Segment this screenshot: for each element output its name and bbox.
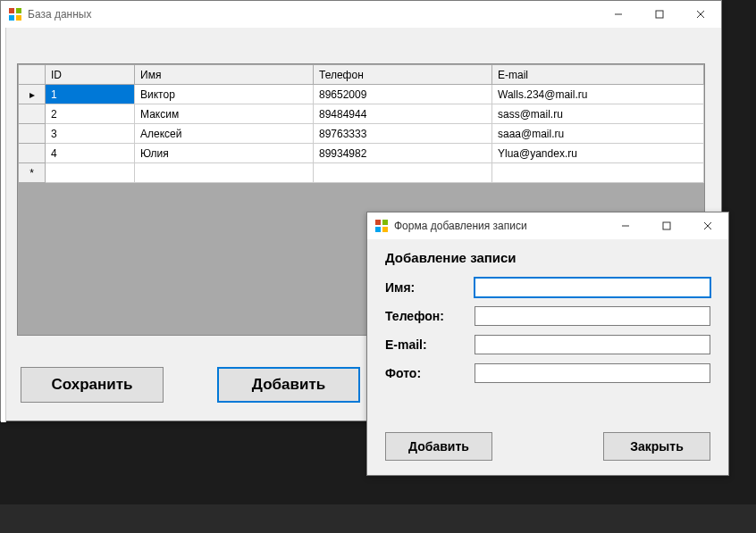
dialog-body: Добавление записи Имя: Телефон: E-mail: … [367,239,728,403]
col-name[interactable]: Имя [135,65,314,85]
background-bottom-strip [0,504,756,533]
dialog-heading: Добавление записи [385,250,710,265]
cell-email[interactable]: Ylua@yandex.ru [492,144,704,163]
close-icon [696,10,705,19]
empty-cell[interactable] [492,163,704,183]
cell-id[interactable]: 3 [46,124,135,144]
dialog-minimize-button[interactable] [605,212,646,239]
minimize-button[interactable] [598,1,639,28]
row-indicator[interactable] [19,144,46,163]
dialog-window: Форма добавления записи Добавление запис… [366,212,729,476]
left-edge-sliver [1,28,6,422]
cell-name[interactable]: Юлия [135,144,314,163]
table-row[interactable]: 4Юлия89934982Ylua@yandex.ru [19,144,704,163]
new-row[interactable]: * [19,163,704,183]
rowheader-corner[interactable] [19,65,46,85]
empty-cell[interactable] [135,163,314,183]
datagrid-header-row: ID Имя Телефон E-mail [19,65,704,85]
dialog-button-row: Добавить Закрыть [385,432,710,461]
cell-phone[interactable]: 89934982 [314,144,492,163]
svg-rect-1 [16,8,21,13]
app-icon [8,7,22,21]
cell-email[interactable]: saaa@mail.ru [492,124,704,144]
minimize-icon [621,221,630,230]
empty-cell[interactable] [314,163,492,183]
cell-email[interactable]: sass@mail.ru [492,104,704,124]
label-name: Имя: [385,280,475,295]
col-phone[interactable]: Телефон [314,65,492,85]
svg-rect-11 [382,227,388,232]
main-button-row: Сохранить Добавить [21,367,360,403]
new-row-indicator[interactable]: * [19,163,46,183]
input-email[interactable] [475,335,710,354]
svg-rect-9 [382,220,388,225]
cell-phone[interactable]: 89484944 [314,104,492,124]
svg-rect-5 [656,11,663,18]
datagrid[interactable]: ID Имя Телефон E-mail ▸1Виктор89652009Wa… [18,64,704,183]
dialog-add-button[interactable]: Добавить [385,432,492,461]
table-row[interactable]: ▸1Виктор89652009Walls.234@mail.ru [19,85,704,104]
input-phone[interactable] [475,306,710,326]
cell-phone[interactable]: 89652009 [314,85,492,104]
table-row[interactable]: 2Максим89484944sass@mail.ru [19,104,704,124]
input-photo[interactable] [475,363,710,383]
form-row-name: Имя: [385,278,710,297]
cell-name[interactable]: Виктор [135,85,314,104]
empty-cell[interactable] [46,163,135,183]
add-button-main[interactable]: Добавить [217,367,360,403]
maximize-button[interactable] [639,1,680,28]
row-indicator[interactable] [19,104,46,124]
form-row-phone: Телефон: [385,306,710,326]
row-indicator[interactable]: ▸ [19,85,46,104]
col-id[interactable]: ID [46,65,135,85]
svg-rect-0 [9,8,14,13]
cell-id[interactable]: 4 [46,144,135,163]
table-row[interactable]: 3Алексей89763333saaa@mail.ru [19,124,704,144]
save-button[interactable]: Сохранить [21,367,164,403]
cell-id[interactable]: 1 [46,85,135,104]
dialog-close-button[interactable] [687,212,728,239]
dialog-close-button-bottom[interactable]: Закрыть [603,432,710,461]
cell-id[interactable]: 2 [46,104,135,124]
svg-rect-8 [375,220,381,225]
dialog-titlebar[interactable]: Форма добавления записи [367,212,728,239]
form-row-photo: Фото: [385,363,710,383]
minimize-icon [614,10,623,19]
main-window-title: База данных [28,8,91,21]
maximize-icon [655,10,664,19]
cell-email[interactable]: Walls.234@mail.ru [492,85,704,104]
dialog-maximize-button[interactable] [646,212,687,239]
cell-name[interactable]: Максим [135,104,314,124]
cell-name[interactable]: Алексей [135,124,314,144]
svg-rect-13 [663,222,670,229]
close-icon [703,221,712,230]
main-titlebar[interactable]: База данных [1,1,721,28]
svg-rect-2 [9,15,14,21]
input-name[interactable] [475,278,710,297]
row-indicator[interactable] [19,124,46,144]
maximize-icon [662,221,671,230]
cell-phone[interactable]: 89763333 [314,124,492,144]
svg-rect-3 [16,15,21,21]
form-row-email: E-mail: [385,335,710,354]
close-button[interactable] [680,1,721,28]
col-email[interactable]: E-mail [492,65,704,85]
label-email: E-mail: [385,337,475,352]
label-phone: Телефон: [385,309,475,323]
svg-rect-10 [375,227,381,232]
dialog-window-title: Форма добавления записи [394,220,527,232]
app-icon [374,219,389,233]
label-photo: Фото: [385,366,475,380]
